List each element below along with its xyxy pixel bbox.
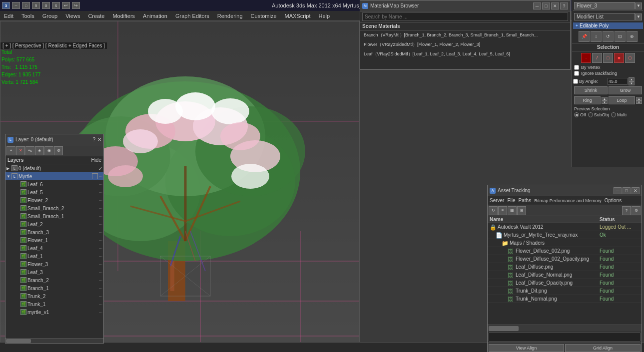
asset-list-btn[interactable]: ≡ bbox=[498, 206, 507, 215]
asset-hscrollbar[interactable] bbox=[488, 325, 642, 332]
asset-item-leaf-diff[interactable]: 🖼 Leaf_Diffuse.png Found bbox=[488, 263, 642, 271]
layer-item-branch3[interactable]: 🌿 Branch_3 ··· bbox=[5, 228, 103, 236]
layers-select-btn[interactable]: ◈ bbox=[35, 146, 44, 155]
layer-item-leaf6[interactable]: 🌿 Leaf_6 ··· bbox=[5, 180, 103, 188]
editable-poly-item[interactable]: ✦ Editable Poly bbox=[573, 22, 643, 29]
modifier-list-arrow[interactable]: ▼ bbox=[635, 13, 642, 20]
layer-item-branch1[interactable]: 🌿 Branch_1 ··· bbox=[5, 284, 103, 292]
rotate-icon[interactable]: ↺ bbox=[603, 31, 614, 42]
layer-item-myrtle[interactable]: ▼ L Myrtle ··· bbox=[5, 172, 103, 180]
sel-vertex-icon[interactable]: · bbox=[581, 53, 591, 63]
mat-search-input[interactable] bbox=[362, 12, 568, 21]
mat-item-leaf[interactable]: Leaf（VRay2SidedMtl）[Leaf_1, Leaf_2, Leaf… bbox=[360, 49, 570, 59]
layer-item-leaf1[interactable]: 🌿 Leaf_1 ··· bbox=[5, 252, 103, 260]
by-angle-down[interactable]: ▼ bbox=[629, 81, 635, 85]
asset-menu-options[interactable]: Options bbox=[605, 198, 622, 203]
layer-box-myrtle[interactable] bbox=[92, 173, 98, 179]
by-angle-up[interactable]: ▲ bbox=[629, 77, 635, 81]
menu-modifiers[interactable]: Modifiers bbox=[110, 13, 137, 19]
layers-help-btn[interactable]: ? bbox=[92, 137, 95, 142]
undo-icon[interactable]: ↩ bbox=[62, 2, 70, 9]
restore-icon[interactable]: □ bbox=[22, 2, 30, 9]
layer-item-default[interactable]: ▶ L 0 (default) ✓ bbox=[5, 164, 103, 172]
asset-refresh-btn[interactable]: ↻ bbox=[489, 206, 498, 215]
layer-item-leaf3[interactable]: 🌿 Leaf_3 ··· bbox=[5, 268, 103, 276]
asset-item-max[interactable]: 📄 Myrtus_or_Myrtle_Tree_vray.max Ok bbox=[488, 231, 642, 239]
ring-button[interactable]: Ring bbox=[574, 96, 601, 104]
sel-border-icon[interactable]: □ bbox=[603, 53, 613, 63]
asset-item-trunk-dif[interactable]: 🖼 Trunk_Dif.png Found bbox=[488, 287, 642, 295]
menu-create[interactable]: Create bbox=[86, 13, 106, 19]
asset-large-btn[interactable]: ⊞ bbox=[517, 206, 526, 215]
menu-views[interactable]: Views bbox=[63, 13, 82, 19]
grow-button[interactable]: Grow bbox=[609, 86, 642, 94]
asset-close-btn[interactable]: ✕ bbox=[632, 187, 640, 194]
layer-item-trunk1[interactable]: 🌿 Trunk_1 ··· bbox=[5, 300, 103, 308]
preview-off-radio[interactable] bbox=[574, 112, 579, 117]
asset-hscrollbar-thumb[interactable] bbox=[489, 326, 519, 331]
asset-maximize-btn[interactable]: □ bbox=[623, 187, 631, 194]
mat-item-branch[interactable]: Branch（VRayMtl）[Branch_1, Branch_2, Bran… bbox=[360, 30, 570, 40]
layer-item-branch2[interactable]: 🌿 Branch_2 ··· bbox=[5, 276, 103, 284]
layer-item-trunk2[interactable]: 🌿 Trunk_2 ··· bbox=[5, 292, 103, 300]
layer-item-flower2[interactable]: 🌿 Flower_2 ··· bbox=[5, 196, 103, 204]
redo-icon[interactable]: ↪ bbox=[72, 2, 80, 9]
layers-add-btn[interactable]: + bbox=[6, 146, 15, 155]
layer-item-flower1[interactable]: 🌿 Flower_1 ··· bbox=[5, 236, 103, 244]
layer-item-smallbranch2[interactable]: 🌿 Small_Branch_2 ··· bbox=[5, 204, 103, 212]
menu-help[interactable]: Help bbox=[317, 13, 332, 19]
sel-edge-icon[interactable]: / bbox=[592, 53, 602, 63]
move-icon[interactable]: ↕ bbox=[591, 31, 602, 42]
menu-group[interactable]: Group bbox=[40, 13, 60, 19]
layer-item-flower3[interactable]: 🌿 Flower_3 ··· bbox=[5, 260, 103, 268]
menu-customize[interactable]: Customize bbox=[249, 13, 279, 19]
sel-element-icon[interactable]: ⬡ bbox=[625, 53, 635, 63]
layers-delete-btn[interactable]: ✕ bbox=[16, 146, 25, 155]
grid-align-button[interactable]: Grid Align bbox=[565, 344, 641, 352]
mat-minimize-btn[interactable]: ─ bbox=[533, 2, 541, 9]
layers-highlight-btn[interactable]: ◉ bbox=[44, 146, 53, 155]
view-align-button[interactable]: View Align bbox=[489, 344, 564, 352]
mat-maximize-btn[interactable]: □ bbox=[542, 2, 550, 9]
layers-hscrollbar-thumb[interactable] bbox=[6, 339, 31, 343]
select-icon[interactable]: ⊕ bbox=[627, 31, 638, 42]
asset-item-vault[interactable]: 🔒 Autodesk Vault 2012 Logged Out ... bbox=[488, 223, 642, 231]
layer-item-leaf5[interactable]: 🌿 Leaf_5 ··· bbox=[5, 188, 103, 196]
menu-graph-editors[interactable]: Graph Editors bbox=[173, 13, 211, 19]
menu-tools[interactable]: Tools bbox=[19, 13, 36, 19]
menu-maxscript[interactable]: MAXScript bbox=[283, 13, 313, 19]
shrink-button[interactable]: Shrink bbox=[574, 86, 608, 94]
layer-item-smallbranch1[interactable]: 🌿 Small_Branch_1 ··· bbox=[5, 212, 103, 220]
ignore-backfacing-checkbox[interactable] bbox=[574, 71, 579, 76]
open-icon[interactable]: o bbox=[42, 2, 50, 9]
ring-down[interactable]: ▼ bbox=[602, 100, 608, 104]
mat-close-btn[interactable]: ✕ bbox=[551, 2, 559, 9]
asset-menu-paths[interactable]: Paths bbox=[519, 198, 532, 203]
asset-item-flower-diff[interactable]: 🖼 Flower_Diffuse_002.png Found bbox=[488, 247, 642, 255]
asset-minimize-btn[interactable]: ─ bbox=[614, 187, 622, 194]
menu-rendering[interactable]: Rendering bbox=[215, 13, 245, 19]
layer-item-leaf2[interactable]: 🌿 Leaf_2 ··· bbox=[5, 220, 103, 228]
sel-polygon-icon[interactable]: ■ bbox=[614, 53, 624, 63]
asset-item-maps-folder[interactable]: 📁 Maps / Shaders bbox=[488, 239, 642, 247]
modifier-object-dropdown[interactable]: Flower_3 bbox=[574, 2, 635, 9]
by-angle-checkbox[interactable] bbox=[573, 79, 578, 84]
modifier-dropdown-arrow[interactable]: ▼ bbox=[635, 2, 642, 9]
asset-details-btn[interactable]: ▦ bbox=[508, 206, 517, 215]
asset-item-leaf-opacity[interactable]: 🖼 Leaf_Diffuse_Opacity.png Found bbox=[488, 279, 642, 287]
pin-icon[interactable]: 📌 bbox=[579, 31, 590, 42]
asset-item-trunk-normal[interactable]: 🖼 Trunk_Normal.png Found bbox=[488, 295, 642, 303]
layers-close-btn[interactable]: ✕ bbox=[97, 137, 101, 142]
minimize-icon[interactable]: ─ bbox=[12, 2, 20, 9]
new-icon[interactable]: n bbox=[32, 2, 40, 9]
asset-item-leaf-normal[interactable]: 🖼 Leaf_Diffuse_Normal.png Found bbox=[488, 271, 642, 279]
layers-add-selected-btn[interactable]: +s bbox=[25, 146, 34, 155]
scale-icon[interactable]: ⊡ bbox=[615, 31, 626, 42]
asset-menu-file[interactable]: File bbox=[507, 198, 515, 203]
asset-settings-btn[interactable]: ⚙ bbox=[632, 206, 641, 215]
modifier-list-dropdown[interactable]: Modifier List bbox=[574, 13, 635, 20]
asset-menu-bitmap[interactable]: Bitmap Performance and Memory bbox=[534, 198, 602, 203]
loop-button[interactable]: Loop bbox=[609, 96, 635, 104]
layer-item-leaf4[interactable]: 🌿 Leaf_4 ··· bbox=[5, 244, 103, 252]
asset-menu-server[interactable]: Server bbox=[490, 198, 504, 203]
